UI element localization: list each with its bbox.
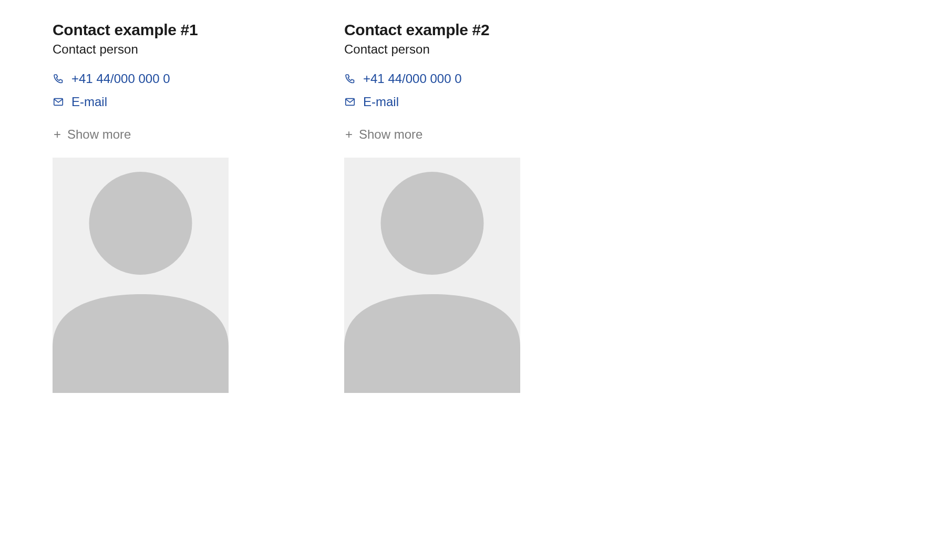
- email-label: E-mail: [71, 95, 107, 109]
- avatar-placeholder: [53, 158, 229, 393]
- mail-icon: [344, 96, 356, 108]
- show-more-button[interactable]: + Show more: [344, 127, 422, 142]
- plus-icon: +: [53, 130, 62, 139]
- contacts-container: Contact example #1 Contact person +41 44…: [53, 21, 896, 393]
- svg-point-1: [89, 172, 192, 275]
- email-link[interactable]: E-mail: [53, 95, 229, 109]
- contact-name: Contact example #1: [53, 21, 229, 39]
- phone-icon: [344, 73, 356, 85]
- contact-card: Contact example #1 Contact person +41 44…: [53, 21, 229, 393]
- email-link[interactable]: E-mail: [344, 95, 520, 109]
- contact-role: Contact person: [53, 42, 229, 57]
- phone-icon: [53, 73, 64, 85]
- contact-name: Contact example #2: [344, 21, 520, 39]
- phone-number: +41 44/000 000 0: [71, 71, 170, 86]
- avatar-placeholder: [344, 158, 520, 393]
- email-label: E-mail: [363, 95, 399, 109]
- svg-point-3: [381, 172, 484, 275]
- show-more-button[interactable]: + Show more: [53, 127, 131, 142]
- show-more-label: Show more: [67, 127, 131, 142]
- plus-icon: +: [344, 130, 354, 139]
- phone-link[interactable]: +41 44/000 000 0: [53, 71, 229, 86]
- show-more-label: Show more: [359, 127, 422, 142]
- mail-icon: [53, 96, 64, 108]
- contact-role: Contact person: [344, 42, 520, 57]
- phone-link[interactable]: +41 44/000 000 0: [344, 71, 520, 86]
- contact-card: Contact example #2 Contact person +41 44…: [344, 21, 520, 393]
- phone-number: +41 44/000 000 0: [363, 71, 462, 86]
